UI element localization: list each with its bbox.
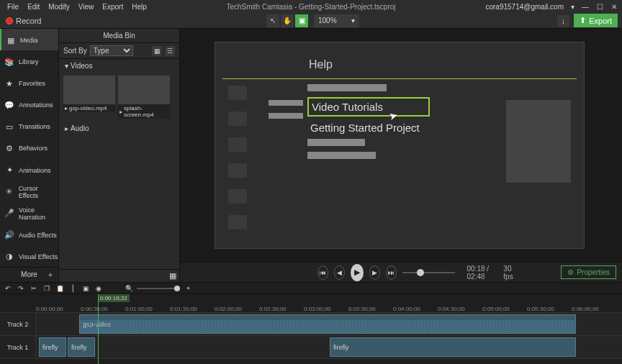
transition-icon: ▭ <box>4 122 14 132</box>
prev-frame-button[interactable]: ⏮ <box>317 265 328 280</box>
sidebar-item-library[interactable]: 📚Library <box>0 50 58 72</box>
speaker-icon: 🔊 <box>4 230 14 240</box>
sort-dropdown[interactable]: Type <box>90 45 133 56</box>
clip-firefly[interactable]: firefly <box>39 337 66 357</box>
pan-tool-icon[interactable]: ✋ <box>281 14 294 27</box>
sidebar-item-behaviors[interactable]: ⚙Behaviors <box>0 137 58 158</box>
track-content[interactable]: firefly firefly firefly <box>36 336 622 358</box>
timeline-ruler[interactable]: 0:00:18;22 0:00:00;00 0:00:30;00 0:01:00… <box>0 294 622 313</box>
thumbnail-image <box>118 76 170 104</box>
sidebar-item-media[interactable]: ▦Media <box>0 29 58 50</box>
sidebar-item-visual-effects[interactable]: ◑Visual Effects <box>0 245 58 267</box>
fps-label: 30 fps <box>503 265 518 281</box>
properties-button[interactable]: ⚙ Properties <box>561 265 616 279</box>
grid-view-icon[interactable]: ▦ <box>152 46 162 56</box>
sidebar-item-annotations[interactable]: 💬Annotations <box>0 94 58 115</box>
sidebar-item-cursor-effects[interactable]: ✳Cursor Effects <box>0 181 58 202</box>
plane-icon <box>228 215 247 229</box>
chevron-down-icon: ▾ <box>65 62 71 70</box>
crop-icon[interactable]: ▣ <box>81 284 91 293</box>
export-button[interactable]: ⬆ Export <box>574 14 618 27</box>
sidebar-more[interactable]: More ＋ <box>0 267 58 282</box>
step-fwd-button[interactable]: ▶ <box>369 265 380 280</box>
menu-file[interactable]: File <box>3 1 23 12</box>
thumb-label: gsp-video.mp4 <box>69 105 107 112</box>
clip-firefly[interactable]: firefly <box>68 337 95 357</box>
sort-label: Sort By <box>63 47 87 55</box>
menu-view[interactable]: View <box>74 1 99 12</box>
speed-slider[interactable] <box>402 272 455 273</box>
record-button[interactable]: Record <box>0 15 47 27</box>
copy-icon[interactable]: ❐ <box>42 284 52 293</box>
help-getting-started[interactable]: Getting Started Project <box>307 119 430 136</box>
menubar: File Edit Modify View Export Help TechSm… <box>0 0 622 13</box>
plus-icon[interactable]: ＋ <box>47 270 54 280</box>
undo-icon[interactable]: ↶ <box>3 284 13 293</box>
next-frame-button[interactable]: ⏭ <box>386 265 397 280</box>
maximize-icon[interactable]: ☐ <box>593 1 606 12</box>
zoom-out-icon[interactable]: 🔍 <box>124 284 134 293</box>
minimize-icon[interactable]: — <box>579 1 592 12</box>
help-heading: Help <box>309 58 333 71</box>
sidebar-item-label: Library <box>19 58 39 65</box>
mic-icon: 🎤 <box>4 209 14 218</box>
slider-knob[interactable] <box>417 269 424 276</box>
list-view-icon[interactable]: ☰ <box>165 46 175 56</box>
media-thumb[interactable]: ▸gsp-video.mp4 <box>63 76 115 119</box>
media-bin: Media Bin Sort By Type ▦ ☰ ▾Videos ▸gsp-… <box>59 29 180 282</box>
preview-canvas[interactable]: Help Video Tutorials Gettin <box>215 42 585 249</box>
cursor-icon: ✳ <box>4 187 14 196</box>
media-icon: ▦ <box>6 36 16 45</box>
paste-icon[interactable]: 📋 <box>55 284 65 293</box>
category-videos[interactable]: ▾Videos <box>59 59 179 73</box>
sidebar-item-label: Behaviors <box>19 145 48 152</box>
menu-modify[interactable]: Modify <box>44 1 73 12</box>
camera-icon[interactable]: ◉ <box>94 284 104 293</box>
clip-gsp-video[interactable]: gsp-video <box>79 314 576 334</box>
preview-thumbnail <box>506 100 571 183</box>
sidebar-item-transitions[interactable]: ▭Transitions <box>0 115 58 137</box>
cut-icon[interactable]: ✂ <box>29 284 39 293</box>
sidebar-item-animations[interactable]: ✦Animations <box>0 158 58 180</box>
user-account[interactable]: cora915714@gmail.com <box>482 1 567 12</box>
track-label[interactable]: Track 2 <box>0 313 36 335</box>
sidebar-item-label: Media <box>20 37 38 44</box>
animation-icon: ✦ <box>4 165 14 175</box>
menu-export[interactable]: Export <box>98 1 127 12</box>
menu-help[interactable]: Help <box>127 1 151 12</box>
step-back-button[interactable]: ◀ <box>334 265 345 280</box>
zoom-dropdown[interactable]: 100% ▾ <box>314 14 359 27</box>
ruler-tick: 0:00:00;00 <box>36 306 81 312</box>
menu-edit[interactable]: Edit <box>23 1 44 12</box>
sidebar-item-audio-effects[interactable]: 🔊Audio Effects <box>0 224 58 245</box>
track-2: Track 2 gsp-video <box>0 313 622 336</box>
track-content[interactable]: gsp-video <box>36 313 622 335</box>
user-dropdown-icon[interactable]: ▾ <box>568 1 577 12</box>
bottles-icon <box>228 189 247 204</box>
crop-tool-icon[interactable]: ▣ <box>295 14 308 27</box>
record-icon <box>6 17 13 24</box>
gear-icon: ⚙ <box>4 144 14 153</box>
star-icon: ★ <box>4 79 14 88</box>
help-video-tutorials[interactable]: Video Tutorials <box>307 97 430 117</box>
track-label[interactable]: Track 1 <box>0 336 36 358</box>
play-button[interactable]: ▶ <box>351 264 364 281</box>
timeline-zoom-slider[interactable] <box>137 288 180 289</box>
split-icon[interactable]: ⎮ <box>68 284 78 293</box>
slider-knob[interactable] <box>174 286 180 291</box>
redo-icon[interactable]: ↷ <box>16 284 26 293</box>
sidebar-item-voice-narration[interactable]: 🎤Voice Narration <box>0 202 58 224</box>
ruler-tick: 0:05:30;00 <box>527 306 572 312</box>
download-icon[interactable]: ↓ <box>557 15 570 27</box>
media-bin-grid-icon[interactable]: ▦ <box>169 271 176 281</box>
clip-firefly[interactable]: firefly <box>330 337 576 357</box>
category-audio[interactable]: ▸Audio <box>59 122 179 135</box>
close-icon[interactable]: ✕ <box>608 1 621 12</box>
thumb-label: splash-screen.mp4 <box>124 105 168 118</box>
select-tool-icon[interactable]: ↖ <box>266 14 279 27</box>
media-thumb[interactable]: ▸splash-screen.mp4 <box>118 76 170 119</box>
track-1: Track 1 firefly firefly firefly <box>0 336 622 359</box>
sidebar-item-label: Visual Effects <box>19 253 58 260</box>
sidebar-item-favorites[interactable]: ★Favorites <box>0 72 58 94</box>
zoom-in-icon[interactable]: ＋ <box>183 284 193 293</box>
